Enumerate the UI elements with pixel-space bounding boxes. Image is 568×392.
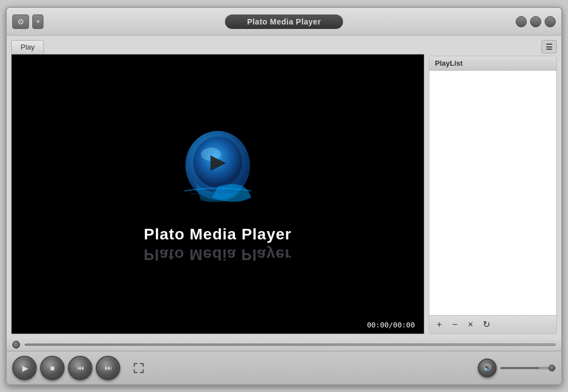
- video-area[interactable]: Plato Media Player Plato Media Player 00…: [11, 54, 424, 334]
- app-title: Plato Media Player: [225, 14, 344, 29]
- minimize-button[interactable]: [516, 16, 527, 27]
- playlist-clear-button[interactable]: ×: [465, 319, 476, 330]
- next-icon: ⏭: [105, 364, 112, 372]
- fullscreen-icon: [133, 362, 145, 374]
- prev-button[interactable]: ⏮: [68, 356, 92, 380]
- gear-icon: ⚙: [17, 17, 25, 26]
- stop-icon: ■: [50, 364, 55, 373]
- fullscreen-button[interactable]: [129, 359, 148, 378]
- video-title-text: Plato Media Player Plato Media Player: [144, 226, 291, 263]
- playlist-header: PlayList: [429, 56, 556, 71]
- playlist-footer: + − × ↻: [429, 315, 556, 334]
- dropdown-button[interactable]: ▾: [32, 14, 43, 29]
- seek-track[interactable]: [25, 344, 556, 346]
- volume-icon: 🔊: [483, 364, 492, 372]
- controls-bar: ▶ ■ ⏮ ⏭ �: [7, 351, 561, 384]
- app-logo-icon: [173, 125, 262, 214]
- splash-logo: Plato Media Player Plato Media Player: [144, 125, 291, 263]
- time-display: 00:00/00:00: [364, 320, 418, 330]
- maximize-button[interactable]: [530, 16, 541, 27]
- window-controls: [516, 16, 556, 27]
- chevron-down-icon: ▾: [37, 18, 40, 24]
- play-button[interactable]: ▶: [12, 356, 37, 380]
- next-button[interactable]: ⏭: [96, 356, 120, 380]
- volume-knob[interactable]: [549, 365, 555, 371]
- stop-button[interactable]: ■: [40, 356, 65, 380]
- volume-section: 🔊: [478, 359, 556, 378]
- content-area: Play: [7, 36, 561, 384]
- close-button[interactable]: [545, 16, 556, 27]
- title-bar: ⚙ ▾ Plato Media Player: [7, 8, 561, 36]
- settings-button[interactable]: ⚙: [12, 14, 29, 29]
- right-section: ☰ PlayList + −: [429, 40, 557, 334]
- seek-knob[interactable]: [12, 341, 20, 349]
- left-section: Play: [11, 40, 424, 334]
- playlist-content[interactable]: [429, 71, 556, 315]
- playlist-icon: ☰: [546, 42, 553, 51]
- prev-icon: ⏮: [77, 364, 84, 372]
- play-icon: ▶: [22, 364, 28, 373]
- tab-play[interactable]: Play: [11, 40, 44, 54]
- playlist-panel: PlayList + − × ↻: [429, 56, 557, 334]
- volume-track[interactable]: [500, 367, 556, 369]
- playlist-toggle-button[interactable]: ☰: [541, 40, 557, 53]
- playlist-add-button[interactable]: +: [434, 319, 445, 330]
- seek-bar-area: [7, 339, 561, 351]
- player-window: ⚙ ▾ Plato Media Player Play: [6, 7, 562, 385]
- title-bar-left: ⚙ ▾: [12, 14, 43, 29]
- volume-button[interactable]: 🔊: [478, 359, 497, 378]
- playlist-refresh-button[interactable]: ↻: [481, 319, 492, 330]
- playlist-remove-button[interactable]: −: [449, 319, 461, 330]
- tab-bar: Play: [11, 40, 424, 54]
- main-area: Play: [7, 36, 561, 339]
